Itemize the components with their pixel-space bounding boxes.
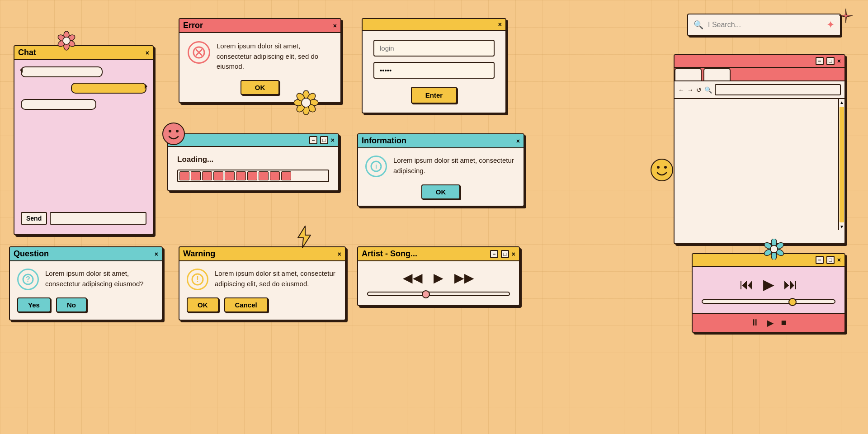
music-small-minimize-button[interactable]: − xyxy=(490,250,498,258)
flower-error-icon xyxy=(294,90,318,118)
music-large-controls: − □ × xyxy=(816,256,841,264)
error-icon xyxy=(188,41,210,64)
browser-minimize-button[interactable]: − xyxy=(816,57,824,65)
error-title: Error xyxy=(183,21,203,30)
music-large-progress-thumb[interactable] xyxy=(788,298,797,306)
chat-close-button[interactable]: × xyxy=(146,49,149,57)
error-ok-button[interactable]: OK xyxy=(241,80,280,95)
browser-back-button[interactable]: ← xyxy=(678,86,684,94)
loading-close-button[interactable]: × xyxy=(331,137,335,144)
smiley-browser-icon xyxy=(650,158,674,185)
login-close-button[interactable]: × xyxy=(498,21,502,28)
music-large-next-button[interactable]: ⏭ xyxy=(783,276,798,293)
info-close-button[interactable]: × xyxy=(516,137,520,145)
flower-music-icon xyxy=(764,239,784,262)
music-large-close-button[interactable]: × xyxy=(837,256,841,264)
info-title: Information xyxy=(362,136,406,146)
music-large-maximize-button[interactable]: □ xyxy=(826,256,835,264)
scrollbar-down-button[interactable]: ▼ xyxy=(839,223,845,230)
scrollbar-up-button[interactable]: ▲ xyxy=(839,99,845,106)
chat-input-row: Send xyxy=(21,212,146,225)
error-titlebar: Error × xyxy=(179,19,340,33)
music-small-playback-controls: ◀◀ ▶ ▶▶ xyxy=(403,270,474,285)
login-username-input[interactable] xyxy=(373,40,495,57)
svg-point-37 xyxy=(770,245,778,253)
login-password-input[interactable] xyxy=(373,62,495,79)
browser-tab-2[interactable] xyxy=(703,68,731,80)
progress-block-8 xyxy=(259,171,269,180)
music-large-body: ⏮ ▶ ⏭ xyxy=(693,267,844,313)
music-large-pause-button[interactable]: ⏸ xyxy=(750,317,760,328)
progress-block-10 xyxy=(281,171,291,180)
info-titlebar: Information × xyxy=(358,134,524,148)
chat-input[interactable] xyxy=(50,212,146,225)
music-large-play-button[interactable]: ▶ xyxy=(763,276,774,293)
warning-ok-button[interactable]: OK xyxy=(187,297,219,312)
browser-close-button[interactable]: × xyxy=(837,57,841,65)
login-enter-button[interactable]: Enter xyxy=(411,87,457,104)
music-large-minimize-button[interactable]: − xyxy=(816,256,824,264)
browser-refresh-button[interactable]: ↺ xyxy=(696,86,702,94)
music-small-maximize-button[interactable]: □ xyxy=(501,250,509,258)
music-large-stop-button[interactable]: ■ xyxy=(781,317,786,328)
music-small-progress-bar[interactable] xyxy=(367,292,510,296)
browser-forward-button[interactable]: → xyxy=(687,86,693,94)
login-titlebar: × xyxy=(363,19,505,31)
warning-message: Lorem ipsum dolor sit amet, consectetur … xyxy=(215,269,338,289)
progress-block-2 xyxy=(191,171,201,180)
chat-send-button[interactable]: Send xyxy=(21,212,47,225)
warning-cancel-button[interactable]: Cancel xyxy=(224,297,268,312)
chat-bubble-1 xyxy=(21,66,103,77)
error-body: Lorem ipsum dolor sit amet, consectetur … xyxy=(179,33,340,80)
music-large-playback-controls: ⏮ ▶ ⏭ xyxy=(740,276,798,293)
info-ok-button[interactable]: OK xyxy=(421,184,461,199)
chat-window: Chat × Send xyxy=(14,45,154,235)
browser-toolbar: ← → ↺ 🔍 xyxy=(675,81,844,99)
music-small-window: Artist - Song... − □ × ◀◀ ▶ ▶▶ xyxy=(357,246,520,306)
browser-scrollbar[interactable]: ▲ ▼ xyxy=(838,99,844,230)
progress-block-7 xyxy=(247,171,257,180)
question-close-button[interactable]: × xyxy=(155,250,158,258)
information-window: Information × i Lorem ipsum dolor sit am… xyxy=(357,133,524,207)
question-yes-button[interactable]: Yes xyxy=(17,297,51,312)
flower-chat-icon xyxy=(57,31,76,53)
music-small-close-button[interactable]: × xyxy=(512,250,515,258)
music-fastforward-button[interactable]: ▶▶ xyxy=(454,270,474,285)
chat-titlebar: Chat × xyxy=(14,46,153,60)
music-large-prev-button[interactable]: ⏮ xyxy=(740,276,754,293)
svg-point-15 xyxy=(63,37,70,44)
info-body: i Lorem ipsum dolor sit amet, consectetu… xyxy=(358,148,524,184)
svg-text:!: ! xyxy=(196,275,199,284)
music-large-window: − □ × ⏮ ▶ ⏭ ⏸ ▶ ■ xyxy=(692,253,845,333)
svg-text:?: ? xyxy=(26,275,30,283)
progress-block-1 xyxy=(179,171,189,180)
browser-maximize-button[interactable]: □ xyxy=(826,57,835,65)
music-play-button[interactable]: ▶ xyxy=(434,270,443,285)
music-rewind-button[interactable]: ◀◀ xyxy=(403,270,423,285)
music-large-play2-button[interactable]: ▶ xyxy=(767,317,774,328)
browser-tab-1[interactable] xyxy=(675,68,702,80)
music-small-progress-thumb[interactable] xyxy=(422,290,430,298)
music-small-titlebar: Artist - Song... − □ × xyxy=(358,247,519,261)
error-close-button[interactable]: × xyxy=(333,22,337,29)
search-input[interactable] xyxy=(708,21,822,29)
browser-tabs xyxy=(675,68,844,81)
music-large-progress-bar[interactable] xyxy=(702,299,835,304)
music-small-title: Artist - Song... xyxy=(362,249,417,259)
sparkle-star-icon xyxy=(838,8,854,27)
loading-minimize-button[interactable]: − xyxy=(309,136,317,144)
question-titlebar: Question × xyxy=(10,247,162,261)
lightning-icon xyxy=(296,225,312,253)
progress-bar xyxy=(177,170,329,182)
search-icon: 🔍 xyxy=(693,20,703,30)
music-small-body: ◀◀ ▶ ▶▶ xyxy=(358,261,519,305)
browser-address-input[interactable] xyxy=(715,84,841,95)
loading-maximize-button[interactable]: □ xyxy=(320,136,328,144)
warning-close-button[interactable]: × xyxy=(338,250,341,258)
warning-titlebar: Warning × xyxy=(179,247,345,261)
svg-point-28 xyxy=(651,159,673,181)
scrollbar-track xyxy=(840,107,844,222)
warning-footer: OK Cancel xyxy=(179,297,345,320)
question-no-button[interactable]: No xyxy=(56,297,87,312)
question-window: Question × ? Lorem ipsum dolor sit amet,… xyxy=(9,246,163,321)
